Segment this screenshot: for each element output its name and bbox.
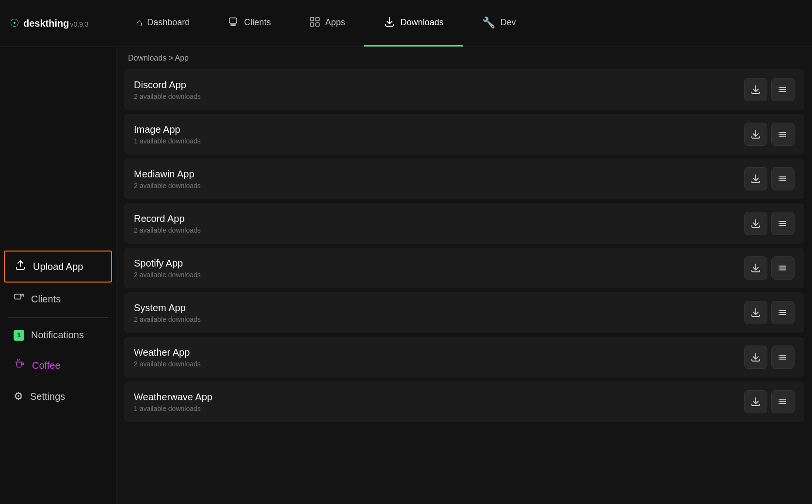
app-name: Discord App <box>134 79 744 91</box>
svg-rect-5 <box>310 23 314 26</box>
upload-icon <box>15 259 26 274</box>
svg-rect-3 <box>310 17 314 21</box>
nav-apps[interactable]: Apps <box>290 0 364 47</box>
app-actions <box>744 78 795 101</box>
download-button[interactable] <box>744 167 767 190</box>
app-actions <box>744 256 795 280</box>
app-info: Discord App 2 available downloads <box>134 79 744 100</box>
app-sub: 2 available downloads <box>134 182 744 189</box>
svg-point-48 <box>779 357 780 358</box>
top-nav: ☉ deskthingv0.9.3 ⌂ Dashboard Clients <box>0 0 812 47</box>
nav-apps-label: Apps <box>325 17 345 28</box>
list-button[interactable] <box>771 346 795 369</box>
app-row: Weatherwave App 1 available downloads <box>124 381 804 422</box>
app-name: Image App <box>134 124 744 135</box>
download-button[interactable] <box>744 123 767 146</box>
download-button[interactable] <box>744 301 767 324</box>
list-button[interactable] <box>771 212 795 235</box>
app-sub: 1 available downloads <box>134 405 744 412</box>
svg-point-17 <box>779 132 780 133</box>
nav-dashboard[interactable]: ⌂ Dashboard <box>116 0 209 47</box>
download-button[interactable] <box>744 212 767 235</box>
dashboard-icon: ⌂ <box>136 17 142 28</box>
svg-point-54 <box>779 401 780 402</box>
app-sub: 2 available downloads <box>134 360 744 368</box>
notifications-label: Notifications <box>31 330 84 341</box>
svg-rect-7 <box>15 294 21 299</box>
downloads-icon <box>384 16 395 30</box>
nav-downloads-label: Downloads <box>400 17 443 28</box>
sidebar-coffee[interactable]: Coffee <box>4 350 112 380</box>
svg-point-30 <box>779 223 780 224</box>
coffee-label: Coffee <box>32 360 61 371</box>
svg-point-42 <box>779 312 780 313</box>
breadcrumb: Downloads > App <box>116 47 812 69</box>
nav-items: ⌂ Dashboard Clients A <box>116 0 812 47</box>
main-content: Downloads > App Discord App 2 available … <box>116 47 812 504</box>
list-button[interactable] <box>771 390 795 413</box>
coffee-icon <box>14 358 25 373</box>
svg-point-37 <box>779 269 780 270</box>
app-actions <box>744 301 795 324</box>
svg-point-12 <box>779 89 780 90</box>
nav-clients[interactable]: Clients <box>209 0 290 47</box>
list-button[interactable] <box>771 256 795 280</box>
app-name: Mediawin App <box>134 169 744 180</box>
svg-point-43 <box>779 314 780 315</box>
app-row: Discord App 2 available downloads <box>124 69 804 110</box>
sidebar-notifications[interactable]: 1 Notifications <box>4 322 112 348</box>
app-row: Image App 1 available downloads <box>124 114 804 155</box>
app-row: Mediawin App 2 available downloads <box>124 158 804 199</box>
settings-icon: ⚙ <box>14 390 23 403</box>
app-sub: 2 available downloads <box>134 93 744 100</box>
sidebar: Upload App Clients 1 Notifications <box>0 47 116 504</box>
svg-point-35 <box>779 266 780 267</box>
app-name: Weather App <box>134 347 744 358</box>
sidebar-settings[interactable]: ⚙ Settings <box>4 382 112 410</box>
apps-icon <box>309 16 320 29</box>
app-actions <box>744 346 795 369</box>
svg-point-49 <box>779 359 780 360</box>
app-row: Record App 2 available downloads <box>124 203 804 244</box>
app-info: Image App 1 available downloads <box>134 124 744 145</box>
svg-point-36 <box>779 268 780 268</box>
list-button[interactable] <box>771 167 795 190</box>
svg-point-24 <box>779 178 780 179</box>
list-button[interactable] <box>771 78 795 101</box>
app-actions <box>744 390 795 413</box>
nav-dev-label: Dev <box>500 17 516 28</box>
svg-point-23 <box>779 176 780 177</box>
list-button[interactable] <box>771 301 795 324</box>
download-button[interactable] <box>744 78 767 101</box>
download-button[interactable] <box>744 256 767 280</box>
svg-rect-0 <box>229 18 237 23</box>
svg-rect-6 <box>316 23 319 26</box>
sidebar-clients[interactable]: Clients <box>4 284 112 314</box>
app-list: Discord App 2 available downloads <box>116 69 812 504</box>
nav-clients-label: Clients <box>244 17 271 28</box>
nav-dev[interactable]: 🔧 Dev <box>463 0 535 47</box>
download-button[interactable] <box>744 390 767 413</box>
nav-downloads[interactable]: Downloads <box>364 0 463 47</box>
svg-point-55 <box>779 403 780 404</box>
svg-point-41 <box>779 310 780 311</box>
svg-point-13 <box>779 91 780 92</box>
svg-point-47 <box>779 355 780 356</box>
brand-name: deskthing <box>23 18 69 29</box>
app-name: Spotify App <box>134 258 744 269</box>
svg-point-18 <box>779 134 780 135</box>
app-sub: 2 available downloads <box>134 271 744 279</box>
app-actions <box>744 123 795 146</box>
app-name: Record App <box>134 213 744 224</box>
app-name: System App <box>134 302 744 314</box>
list-button[interactable] <box>771 123 795 146</box>
app-name: Weatherwave App <box>134 392 744 403</box>
app-info: Mediawin App 2 available downloads <box>134 169 744 189</box>
external-link-icon <box>14 292 24 306</box>
svg-point-31 <box>779 225 780 226</box>
app-sub: 2 available downloads <box>134 226 744 234</box>
download-button[interactable] <box>744 346 767 369</box>
app-row: System App 2 available downloads <box>124 292 804 333</box>
settings-label: Settings <box>30 391 65 402</box>
upload-app-button[interactable]: Upload App <box>4 251 112 283</box>
